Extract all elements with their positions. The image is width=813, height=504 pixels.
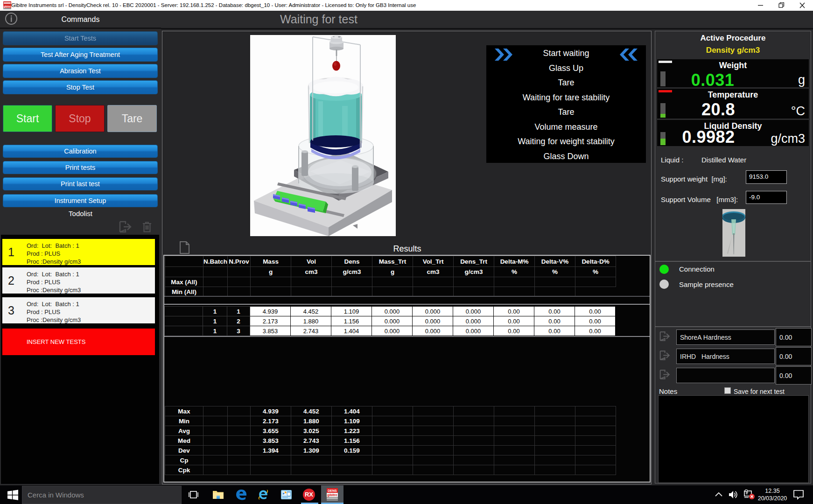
svg-text:gibitre: gibitre	[327, 493, 337, 497]
svg-text:gibitre: gibitre	[4, 5, 11, 8]
svg-text:DENS: DENS	[328, 489, 337, 492]
